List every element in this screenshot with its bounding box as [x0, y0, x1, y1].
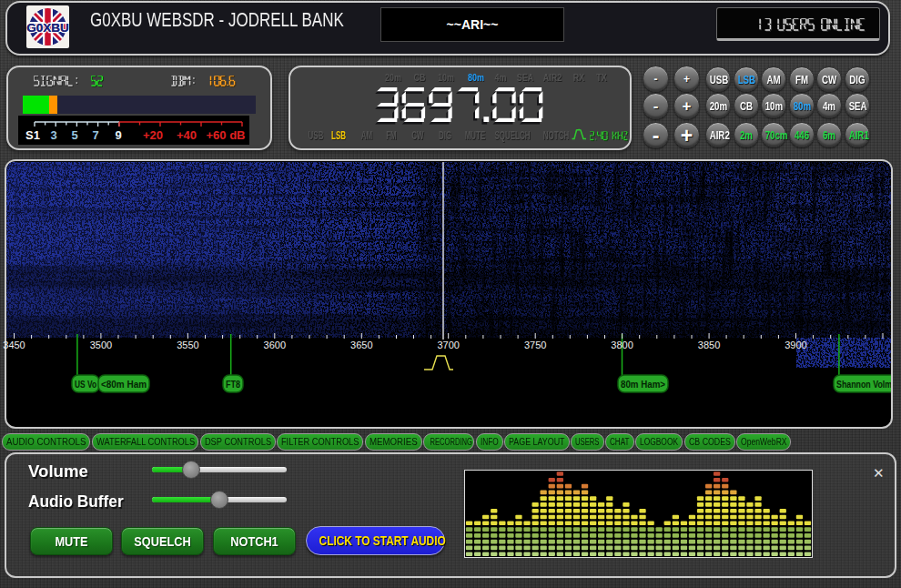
- svg-text:3600: 3600: [264, 340, 286, 350]
- svg-text:US Vo: US Vo: [75, 379, 96, 390]
- svg-text:FT8: FT8: [226, 379, 240, 390]
- svg-text:3800: 3800: [611, 340, 633, 350]
- svg-text:3450: 3450: [3, 340, 25, 350]
- svg-text:S1: S1: [25, 128, 40, 142]
- svg-text:3700: 3700: [437, 340, 459, 350]
- svg-text:G0XBU: G0XBU: [26, 21, 69, 35]
- svg-text:9: 9: [115, 128, 121, 142]
- svg-text:3850: 3850: [698, 340, 720, 350]
- svg-text:+60 dB: +60 dB: [207, 128, 246, 142]
- svg-text:7: 7: [92, 128, 98, 142]
- svg-text:+40: +40: [177, 128, 197, 142]
- svg-text:3500: 3500: [90, 340, 112, 350]
- svg-text:<80m Ham: <80m Ham: [101, 379, 147, 390]
- svg-text:5: 5: [71, 128, 77, 142]
- svg-text:Shannon Volmet: Shannon Volmet: [836, 379, 891, 390]
- svg-text:+20: +20: [143, 128, 163, 142]
- svg-text:3900: 3900: [785, 340, 806, 350]
- svg-text:80m Ham>: 80m Ham>: [621, 379, 665, 390]
- svg-text:3: 3: [50, 128, 56, 142]
- svg-text:3550: 3550: [177, 340, 198, 350]
- svg-text:3750: 3750: [524, 340, 546, 350]
- svg-text:3650: 3650: [350, 340, 372, 350]
